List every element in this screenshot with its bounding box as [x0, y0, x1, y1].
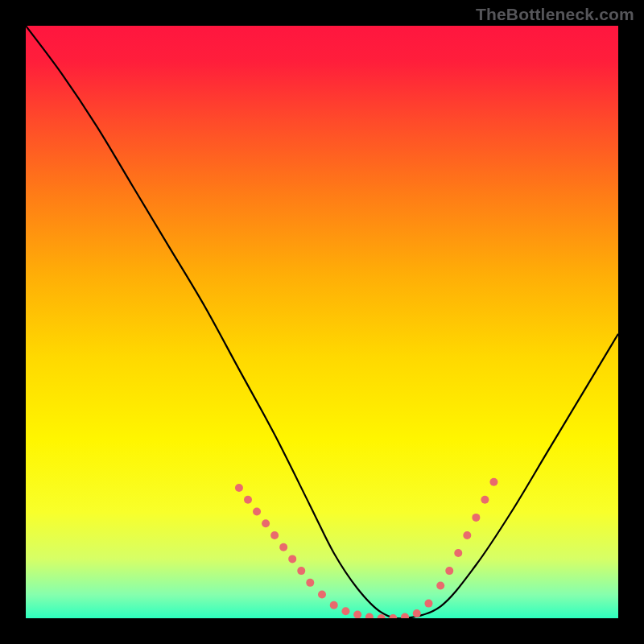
marker-dot — [489, 478, 497, 486]
marker-dot — [330, 601, 338, 609]
marker-dot — [472, 514, 480, 522]
watermark-text: TheBottleneck.com — [476, 5, 634, 24]
marker-dot — [445, 567, 453, 575]
marker-dot — [463, 531, 471, 539]
marker-dot — [270, 531, 279, 539]
marker-dot — [253, 508, 261, 516]
marker-dot — [235, 484, 243, 492]
marker-dot — [424, 600, 432, 608]
marker-dot — [279, 543, 287, 551]
chart-frame — [26, 26, 618, 618]
marker-dot — [413, 609, 421, 617]
marker-dot — [262, 519, 270, 527]
marker-dot — [288, 555, 296, 563]
marker-dot — [244, 496, 252, 504]
marker-dot — [454, 549, 462, 557]
marker-dot — [481, 496, 489, 504]
marker-dot — [436, 582, 444, 590]
marker-dot — [318, 591, 326, 599]
marker-dot — [297, 567, 305, 575]
chart-svg — [26, 26, 618, 618]
marker-dot — [341, 607, 349, 615]
marker-dot — [306, 579, 314, 587]
